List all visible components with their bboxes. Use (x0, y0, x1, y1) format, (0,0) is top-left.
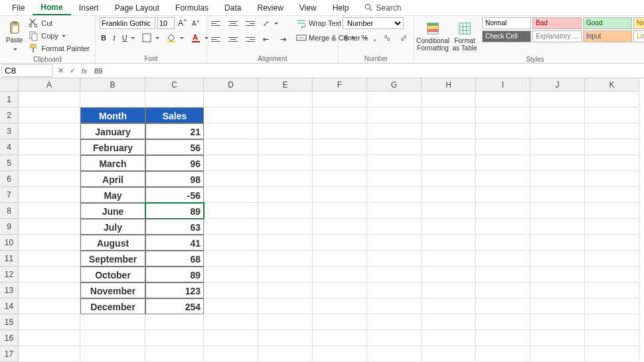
decrease-decimal-button[interactable]: ₀⁰ (397, 32, 410, 44)
cell-A17[interactable] (19, 346, 80, 362)
cell-A9[interactable] (19, 219, 80, 235)
cell-D1[interactable] (204, 91, 258, 107)
cell-J12[interactable] (530, 267, 585, 282)
cell-E15[interactable] (258, 314, 313, 330)
cell-C16[interactable] (145, 330, 204, 346)
row-header-2[interactable]: 2 (0, 107, 19, 123)
cell-F5[interactable] (313, 155, 367, 171)
comma-button[interactable]: , (372, 33, 377, 42)
decrease-font-button[interactable]: A˅ (191, 19, 201, 28)
cell-I17[interactable] (476, 346, 530, 362)
cell-C17[interactable] (145, 346, 204, 362)
cell-I11[interactable] (476, 251, 530, 267)
cell-B10[interactable]: August (80, 235, 145, 251)
number-format-select[interactable]: Number (343, 17, 404, 29)
cell-B11[interactable]: September (80, 251, 145, 267)
cell-D6[interactable] (204, 171, 258, 187)
row-header-11[interactable]: 11 (0, 251, 19, 267)
cell-A2[interactable] (19, 107, 80, 123)
style-tile[interactable]: Bad (532, 17, 582, 29)
cell-J3[interactable] (530, 123, 585, 139)
tab-review[interactable]: Review (249, 1, 291, 15)
cell-D12[interactable] (204, 267, 258, 282)
row-header-3[interactable]: 3 (0, 123, 19, 139)
formula-input[interactable]: 89 (90, 66, 644, 76)
cell-H5[interactable] (422, 155, 476, 171)
row-header-9[interactable]: 9 (0, 219, 19, 235)
cell-D5[interactable] (204, 155, 258, 171)
cell-D16[interactable] (204, 330, 258, 346)
cell-F16[interactable] (313, 330, 367, 346)
cell-E9[interactable] (258, 219, 313, 235)
cell-F11[interactable] (313, 251, 367, 267)
row-header-7[interactable]: 7 (0, 187, 19, 203)
cell-I9[interactable] (476, 219, 530, 235)
tab-file[interactable]: File (4, 1, 33, 15)
style-tile[interactable]: Ne (633, 17, 644, 29)
cell-B3[interactable]: January (80, 123, 145, 139)
cell-B6[interactable]: April (80, 171, 145, 187)
cell-K16[interactable] (585, 330, 639, 346)
cell-G10[interactable] (367, 235, 422, 251)
tab-view[interactable]: View (291, 1, 325, 15)
cell-C5[interactable]: 96 (145, 155, 204, 171)
cell-D8[interactable] (204, 203, 258, 219)
cell-E5[interactable] (258, 155, 313, 171)
col-header-J[interactable]: J (530, 78, 585, 91)
cell-D15[interactable] (204, 314, 258, 330)
col-header-K[interactable]: K (585, 78, 639, 91)
cell-A16[interactable] (19, 330, 80, 346)
cell-K13[interactable] (585, 282, 639, 298)
cell-F9[interactable] (313, 219, 367, 235)
cell-F12[interactable] (313, 267, 367, 282)
cell-I10[interactable] (476, 235, 530, 251)
cell-D13[interactable] (204, 282, 258, 298)
cell-I3[interactable] (476, 123, 530, 139)
cell-C11[interactable]: 68 (145, 251, 204, 267)
border-button[interactable] (140, 32, 161, 44)
cell-A1[interactable] (19, 91, 80, 107)
cell-E10[interactable] (258, 235, 313, 251)
format-as-table-button[interactable]: Format as Table (450, 17, 479, 56)
cell-H4[interactable] (422, 139, 476, 155)
font-name-select[interactable] (100, 17, 155, 29)
tab-data[interactable]: Data (216, 1, 249, 15)
cell-I6[interactable] (476, 171, 530, 187)
cell-I13[interactable] (476, 282, 530, 298)
cell-C15[interactable] (145, 314, 204, 330)
cell-G6[interactable] (367, 171, 422, 187)
cell-A12[interactable] (19, 267, 80, 282)
row-header-15[interactable]: 15 (0, 314, 19, 330)
cell-J10[interactable] (530, 235, 585, 251)
cell-K10[interactable] (585, 235, 639, 251)
cell-B16[interactable] (80, 330, 145, 346)
cell-J9[interactable] (530, 219, 585, 235)
col-header-B[interactable]: B (80, 78, 145, 91)
cell-B7[interactable]: May (80, 187, 145, 203)
search-button[interactable]: Search (364, 3, 401, 13)
cell-E13[interactable] (258, 282, 313, 298)
cell-G16[interactable] (367, 330, 422, 346)
cell-K14[interactable] (585, 298, 639, 314)
cell-J4[interactable] (530, 139, 585, 155)
cell-B2[interactable]: Month (80, 107, 145, 123)
cell-K15[interactable] (585, 314, 639, 330)
cell-C3[interactable]: 21 (145, 123, 204, 139)
cell-C6[interactable]: 98 (145, 171, 204, 187)
cell-B15[interactable] (80, 314, 145, 330)
cell-I4[interactable] (476, 139, 530, 155)
paste-button[interactable]: Paste (4, 17, 25, 56)
row-header-13[interactable]: 13 (0, 282, 19, 298)
cell-A10[interactable] (19, 235, 80, 251)
cut-button[interactable]: Cut (27, 17, 91, 29)
cell-I14[interactable] (476, 298, 530, 314)
cell-K6[interactable] (585, 171, 639, 187)
cell-G4[interactable] (367, 139, 422, 155)
cell-D10[interactable] (204, 235, 258, 251)
cell-F6[interactable] (313, 171, 367, 187)
cell-G15[interactable] (367, 314, 422, 330)
cell-I2[interactable] (476, 107, 530, 123)
style-tile[interactable]: Explanatory ... (532, 30, 582, 42)
style-tile[interactable]: Input (583, 30, 632, 42)
style-tile[interactable]: Normal (482, 17, 531, 29)
